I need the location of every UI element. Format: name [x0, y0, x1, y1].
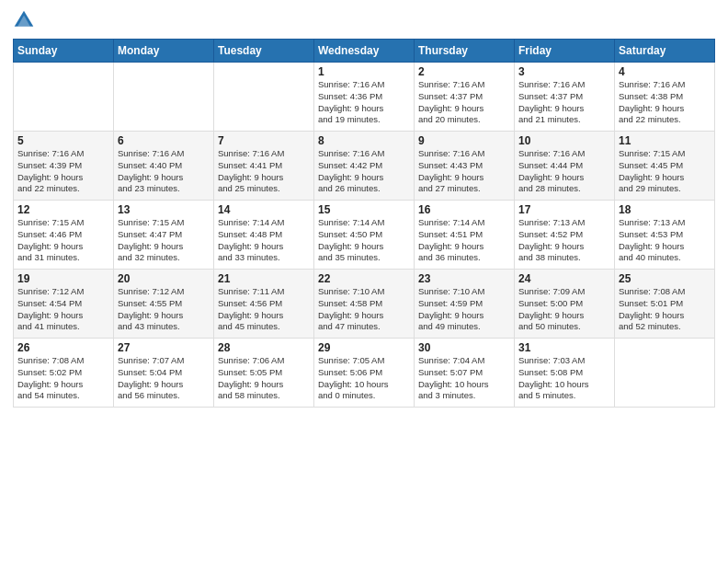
day-number-11: 11 [619, 134, 711, 147]
day-number-22: 22 [318, 272, 410, 285]
week-row-4: 26Sunrise: 7:08 AM Sunset: 5:02 PM Dayli… [14, 339, 715, 408]
day-info-1: Sunrise: 7:16 AM Sunset: 4:36 PM Dayligh… [318, 79, 410, 126]
day-info-2: Sunrise: 7:16 AM Sunset: 4:37 PM Dayligh… [418, 79, 510, 126]
day-number-5: 5 [17, 134, 109, 147]
day-number-25: 25 [619, 272, 711, 285]
day-cell-8: 8Sunrise: 7:16 AM Sunset: 4:42 PM Daylig… [314, 132, 415, 201]
empty-cell [14, 63, 114, 132]
weekday-header-wednesday: Wednesday [314, 40, 415, 63]
day-number-20: 20 [118, 272, 210, 285]
day-cell-29: 29Sunrise: 7:05 AM Sunset: 5:06 PM Dayli… [314, 339, 415, 408]
week-row-2: 12Sunrise: 7:15 AM Sunset: 4:46 PM Dayli… [14, 201, 715, 270]
day-cell-21: 21Sunrise: 7:11 AM Sunset: 4:56 PM Dayli… [214, 270, 314, 339]
day-number-18: 18 [619, 203, 711, 216]
day-info-22: Sunrise: 7:10 AM Sunset: 4:58 PM Dayligh… [318, 286, 410, 333]
empty-cell [114, 63, 214, 132]
day-number-24: 24 [518, 272, 610, 285]
day-info-14: Sunrise: 7:14 AM Sunset: 4:48 PM Dayligh… [218, 217, 310, 264]
day-info-23: Sunrise: 7:10 AM Sunset: 4:59 PM Dayligh… [418, 286, 510, 333]
day-cell-27: 27Sunrise: 7:07 AM Sunset: 5:04 PM Dayli… [114, 339, 214, 408]
day-info-29: Sunrise: 7:05 AM Sunset: 5:06 PM Dayligh… [318, 355, 410, 402]
day-cell-30: 30Sunrise: 7:04 AM Sunset: 5:07 PM Dayli… [415, 339, 515, 408]
day-info-27: Sunrise: 7:07 AM Sunset: 5:04 PM Dayligh… [118, 355, 210, 402]
day-cell-24: 24Sunrise: 7:09 AM Sunset: 5:00 PM Dayli… [515, 270, 615, 339]
day-cell-26: 26Sunrise: 7:08 AM Sunset: 5:02 PM Dayli… [14, 339, 114, 408]
weekday-header-thursday: Thursday [415, 40, 515, 63]
logo [13, 9, 39, 31]
day-info-30: Sunrise: 7:04 AM Sunset: 5:07 PM Dayligh… [418, 355, 510, 402]
day-info-15: Sunrise: 7:14 AM Sunset: 4:50 PM Dayligh… [318, 217, 410, 264]
day-number-14: 14 [218, 203, 310, 216]
day-cell-28: 28Sunrise: 7:06 AM Sunset: 5:05 PM Dayli… [214, 339, 314, 408]
day-number-4: 4 [619, 65, 711, 78]
day-cell-2: 2Sunrise: 7:16 AM Sunset: 4:37 PM Daylig… [415, 63, 515, 132]
day-info-26: Sunrise: 7:08 AM Sunset: 5:02 PM Dayligh… [17, 355, 109, 402]
day-cell-6: 6Sunrise: 7:16 AM Sunset: 4:40 PM Daylig… [114, 132, 214, 201]
weekday-header-row: SundayMondayTuesdayWednesdayThursdayFrid… [14, 40, 715, 63]
day-cell-1: 1Sunrise: 7:16 AM Sunset: 4:36 PM Daylig… [314, 63, 415, 132]
day-info-21: Sunrise: 7:11 AM Sunset: 4:56 PM Dayligh… [218, 286, 310, 333]
day-cell-19: 19Sunrise: 7:12 AM Sunset: 4:54 PM Dayli… [14, 270, 114, 339]
day-number-6: 6 [118, 134, 210, 147]
day-number-28: 28 [218, 341, 310, 354]
day-cell-20: 20Sunrise: 7:12 AM Sunset: 4:55 PM Dayli… [114, 270, 214, 339]
day-number-15: 15 [318, 203, 410, 216]
day-number-1: 1 [318, 65, 410, 78]
day-number-23: 23 [418, 272, 510, 285]
logo-icon [13, 9, 35, 31]
empty-cell [615, 339, 715, 408]
day-number-21: 21 [218, 272, 310, 285]
day-cell-10: 10Sunrise: 7:16 AM Sunset: 4:44 PM Dayli… [515, 132, 615, 201]
weekday-header-monday: Monday [114, 40, 214, 63]
week-row-3: 19Sunrise: 7:12 AM Sunset: 4:54 PM Dayli… [14, 270, 715, 339]
day-number-31: 31 [518, 341, 610, 354]
day-number-29: 29 [318, 341, 410, 354]
day-info-28: Sunrise: 7:06 AM Sunset: 5:05 PM Dayligh… [218, 355, 310, 402]
page: SundayMondayTuesdayWednesdayThursdayFrid… [0, 0, 728, 563]
day-cell-4: 4Sunrise: 7:16 AM Sunset: 4:38 PM Daylig… [615, 63, 715, 132]
day-cell-17: 17Sunrise: 7:13 AM Sunset: 4:52 PM Dayli… [515, 201, 615, 270]
day-cell-12: 12Sunrise: 7:15 AM Sunset: 4:46 PM Dayli… [14, 201, 114, 270]
weekday-header-sunday: Sunday [14, 40, 114, 63]
calendar-table: SundayMondayTuesdayWednesdayThursdayFrid… [13, 39, 715, 408]
day-cell-14: 14Sunrise: 7:14 AM Sunset: 4:48 PM Dayli… [214, 201, 314, 270]
day-number-17: 17 [518, 203, 610, 216]
day-cell-9: 9Sunrise: 7:16 AM Sunset: 4:43 PM Daylig… [415, 132, 515, 201]
day-cell-13: 13Sunrise: 7:15 AM Sunset: 4:47 PM Dayli… [114, 201, 214, 270]
weekday-header-friday: Friday [515, 40, 615, 63]
day-info-24: Sunrise: 7:09 AM Sunset: 5:00 PM Dayligh… [518, 286, 610, 333]
day-info-6: Sunrise: 7:16 AM Sunset: 4:40 PM Dayligh… [118, 148, 210, 195]
day-number-27: 27 [118, 341, 210, 354]
day-cell-5: 5Sunrise: 7:16 AM Sunset: 4:39 PM Daylig… [14, 132, 114, 201]
day-info-31: Sunrise: 7:03 AM Sunset: 5:08 PM Dayligh… [518, 355, 610, 402]
day-number-12: 12 [17, 203, 109, 216]
day-cell-23: 23Sunrise: 7:10 AM Sunset: 4:59 PM Dayli… [415, 270, 515, 339]
day-number-2: 2 [418, 65, 510, 78]
day-number-8: 8 [318, 134, 410, 147]
day-cell-11: 11Sunrise: 7:15 AM Sunset: 4:45 PM Dayli… [615, 132, 715, 201]
day-info-25: Sunrise: 7:08 AM Sunset: 5:01 PM Dayligh… [619, 286, 711, 333]
day-info-13: Sunrise: 7:15 AM Sunset: 4:47 PM Dayligh… [118, 217, 210, 264]
day-info-12: Sunrise: 7:15 AM Sunset: 4:46 PM Dayligh… [17, 217, 109, 264]
day-cell-25: 25Sunrise: 7:08 AM Sunset: 5:01 PM Dayli… [615, 270, 715, 339]
day-number-7: 7 [218, 134, 310, 147]
day-cell-22: 22Sunrise: 7:10 AM Sunset: 4:58 PM Dayli… [314, 270, 415, 339]
week-row-1: 5Sunrise: 7:16 AM Sunset: 4:39 PM Daylig… [14, 132, 715, 201]
day-number-19: 19 [17, 272, 109, 285]
weekday-header-tuesday: Tuesday [214, 40, 314, 63]
day-info-8: Sunrise: 7:16 AM Sunset: 4:42 PM Dayligh… [318, 148, 410, 195]
day-info-20: Sunrise: 7:12 AM Sunset: 4:55 PM Dayligh… [118, 286, 210, 333]
day-info-17: Sunrise: 7:13 AM Sunset: 4:52 PM Dayligh… [518, 217, 610, 264]
day-info-3: Sunrise: 7:16 AM Sunset: 4:37 PM Dayligh… [518, 79, 610, 126]
day-cell-3: 3Sunrise: 7:16 AM Sunset: 4:37 PM Daylig… [515, 63, 615, 132]
empty-cell [214, 63, 314, 132]
day-info-10: Sunrise: 7:16 AM Sunset: 4:44 PM Dayligh… [518, 148, 610, 195]
day-number-16: 16 [418, 203, 510, 216]
weekday-header-saturday: Saturday [615, 40, 715, 63]
day-cell-18: 18Sunrise: 7:13 AM Sunset: 4:53 PM Dayli… [615, 201, 715, 270]
day-info-4: Sunrise: 7:16 AM Sunset: 4:38 PM Dayligh… [619, 79, 711, 126]
day-cell-16: 16Sunrise: 7:14 AM Sunset: 4:51 PM Dayli… [415, 201, 515, 270]
day-cell-31: 31Sunrise: 7:03 AM Sunset: 5:08 PM Dayli… [515, 339, 615, 408]
day-number-13: 13 [118, 203, 210, 216]
day-info-11: Sunrise: 7:15 AM Sunset: 4:45 PM Dayligh… [619, 148, 711, 195]
